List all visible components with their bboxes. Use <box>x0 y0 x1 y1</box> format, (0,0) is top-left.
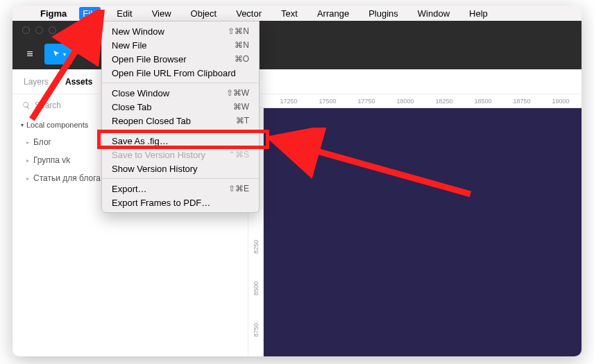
menu-item-label: Close Window <box>112 88 169 98</box>
menubar-item-view[interactable]: View <box>148 7 175 20</box>
main-menu-button[interactable]: ≡ <box>19 44 40 64</box>
menubar-item-window[interactable]: Window <box>414 7 453 20</box>
app-name: Figma <box>40 8 67 19</box>
ruler-tick: 18750 <box>502 98 541 105</box>
ruler-tick: 8750 <box>253 323 260 337</box>
menu-item-shortcut: ⌘O <box>235 54 249 64</box>
ruler-tick: 19000 <box>541 98 580 105</box>
canvas-area[interactable]: 17250 17500 17750 18000 18250 18500 1875… <box>248 94 582 356</box>
menu-item[interactable]: Show Version History <box>102 162 259 175</box>
search-icon <box>22 101 31 110</box>
menu-item-label: New File <box>112 40 147 51</box>
menu-item[interactable]: Export…⇧⌘E <box>102 182 259 196</box>
frame-tool-button[interactable]: # <box>76 44 97 64</box>
ruler-tick: 8250 <box>253 240 260 254</box>
ruler-tick: 17500 <box>308 98 347 105</box>
ruler-tick: 17250 <box>269 98 308 105</box>
panel-tabs: Layers Assets <box>12 69 582 94</box>
caret-right-icon: ▸ <box>26 175 29 182</box>
menu-item-label: Close Tab <box>112 102 152 112</box>
ruler-top: 17250 17500 17750 18000 18250 18500 1875… <box>248 94 582 108</box>
menu-item[interactable]: Export Frames to PDF… <box>102 196 259 209</box>
file-menu-dropdown: New Window⇧⌘NNew File⌘NOpen File Browser… <box>101 21 260 213</box>
menu-item-shortcut: ⇧⌘W <box>226 88 249 98</box>
menu-item-shortcut: ⇧⌘N <box>228 26 249 36</box>
menu-item[interactable]: New File⌘N <box>102 38 259 52</box>
menubar-item-help[interactable]: Help <box>466 7 491 20</box>
sidebar-item-label: Статьи для блога <box>33 173 101 183</box>
menubar-item-object[interactable]: Object <box>187 7 221 20</box>
menu-item-label: Save As .fig… <box>112 136 169 146</box>
menu-item[interactable]: Save As .fig… <box>102 134 259 148</box>
menu-item-label: Reopen Closed Tab <box>112 116 191 126</box>
sidebar-item-label: Блог <box>33 137 51 147</box>
menu-item-shortcut: ⇧⌘E <box>228 184 249 193</box>
menu-item-shortcut: ⌘T <box>236 116 249 125</box>
caret-down-icon: ▾ <box>21 122 24 128</box>
menubar-item-plugins[interactable]: Plugins <box>365 7 402 20</box>
menu-item[interactable]: Open File URL From Clipboard <box>102 66 259 80</box>
menu-item-label: New Window <box>112 26 164 37</box>
ruler-tick: 18500 <box>464 98 502 105</box>
menu-item: Save to Version History⌃⌘S <box>102 148 259 162</box>
mac-menubar: Figma File Edit View Object Vector Text … <box>12 6 582 21</box>
menu-item-label: Export… <box>112 184 147 194</box>
menu-item[interactable]: Open File Browser⌘O <box>102 52 259 66</box>
ruler-tick: 18000 <box>386 98 425 105</box>
menu-item-shortcut: ⌃⌘S <box>228 150 249 159</box>
menu-item-label: Export Frames to PDF… <box>112 198 210 208</box>
menubar-item-arrange[interactable]: Arrange <box>314 7 353 20</box>
menu-item-shortcut: ⌘W <box>233 102 249 112</box>
caret-right-icon: ▸ <box>26 157 29 164</box>
menubar-item-file[interactable]: File <box>79 7 101 20</box>
menubar-item-vector[interactable]: Vector <box>232 7 265 20</box>
traffic-light-zoom[interactable] <box>49 26 56 34</box>
ruler-tick: 18250 <box>425 98 464 105</box>
ruler-tick: 17750 <box>347 98 386 105</box>
tab-layers[interactable]: Layers <box>24 77 49 87</box>
tab-grid-icon[interactable] <box>90 24 102 36</box>
menu-item-label: Show Version History <box>112 164 198 174</box>
menubar-item-text[interactable]: Text <box>278 7 301 20</box>
caret-right-icon: ▸ <box>26 139 29 146</box>
menu-item[interactable]: New Window⇧⌘N <box>102 24 259 38</box>
menu-item[interactable]: Close Tab⌘W <box>102 100 259 114</box>
menu-item-label: Save to Version History <box>112 150 205 160</box>
menubar-item-edit[interactable]: Edit <box>113 7 135 20</box>
menu-item[interactable]: Reopen Closed Tab⌘T <box>102 114 259 128</box>
menu-item-label: Open File Browser <box>112 54 187 64</box>
canvas[interactable] <box>264 108 582 356</box>
search-label: Search <box>35 101 61 110</box>
figma-toolbar: ≡ ▾ # <box>12 39 582 69</box>
sidebar-item-label: Группа vk <box>33 155 70 165</box>
window-titlebar <box>12 21 582 39</box>
traffic-light-close[interactable] <box>22 26 30 34</box>
section-label: Local components <box>26 121 88 129</box>
ruler-tick: 8500 <box>253 281 260 295</box>
menu-item[interactable]: Close Window⇧⌘W <box>102 86 259 100</box>
tab-assets[interactable]: Assets <box>65 77 92 87</box>
move-tool-button[interactable]: ▾ <box>44 44 72 64</box>
menu-item-shortcut: ⌘N <box>235 40 249 50</box>
menu-item-label: Open File URL From Clipboard <box>112 68 236 78</box>
chevron-down-icon: ▾ <box>63 51 66 58</box>
traffic-light-minimize[interactable] <box>35 26 43 34</box>
